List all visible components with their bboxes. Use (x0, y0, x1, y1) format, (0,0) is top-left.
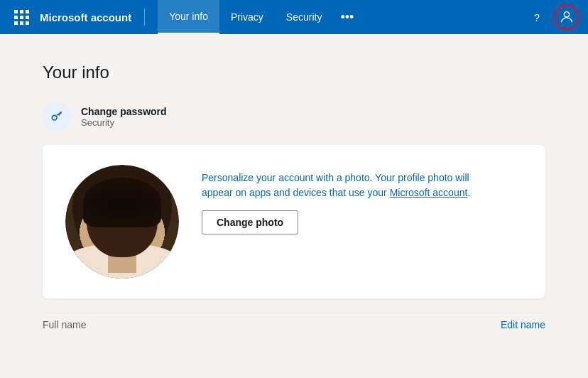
key-icon (50, 109, 64, 124)
change-password-banner[interactable]: Change password Security (43, 102, 545, 131)
change-password-subtitle: Security (81, 117, 167, 128)
svg-point-0 (564, 12, 569, 17)
microsoft-account-link[interactable]: Microsoft account (390, 187, 468, 198)
fullname-row: Full name Edit name (43, 313, 545, 330)
nav-link-privacy[interactable]: Privacy (219, 0, 275, 34)
nav-divider (144, 9, 145, 26)
change-password-text: Change password Security (81, 106, 167, 128)
nav-more-icon[interactable]: ••• (333, 0, 361, 34)
profile-avatar-wrapper (65, 165, 179, 279)
page-title: Your info (43, 63, 545, 82)
navbar: Microsoft account Your info Privacy Secu… (0, 0, 588, 34)
fullname-label: Full name (43, 319, 86, 330)
avatar-icon (559, 9, 575, 25)
main-content: Your info Change password Security (0, 34, 588, 378)
profile-info: Personalize your account with a photo. Y… (202, 165, 523, 234)
help-icon[interactable]: ? (526, 6, 548, 28)
brand-title: Microsoft account (40, 11, 131, 23)
nav-link-yourinfo[interactable]: Your info (158, 0, 219, 34)
svg-point-1 (52, 115, 57, 120)
edit-name-link[interactable]: Edit name (501, 319, 545, 330)
nav-links: Your info Privacy Security ••• (158, 0, 526, 34)
change-photo-button[interactable]: Change photo (202, 210, 298, 234)
description-end: . (467, 187, 470, 198)
profile-avatar-circle (65, 165, 179, 279)
user-avatar-button[interactable] (554, 4, 579, 30)
nav-right: ? (526, 4, 579, 30)
key-icon-wrapper (43, 102, 71, 131)
avatar-photo (65, 165, 179, 279)
apps-menu-icon[interactable] (9, 4, 34, 30)
profile-description: Personalize your account with a photo. Y… (202, 171, 472, 200)
profile-card: Personalize your account with a photo. Y… (43, 145, 545, 298)
nav-link-security[interactable]: Security (275, 0, 334, 34)
change-password-title: Change password (81, 106, 167, 117)
